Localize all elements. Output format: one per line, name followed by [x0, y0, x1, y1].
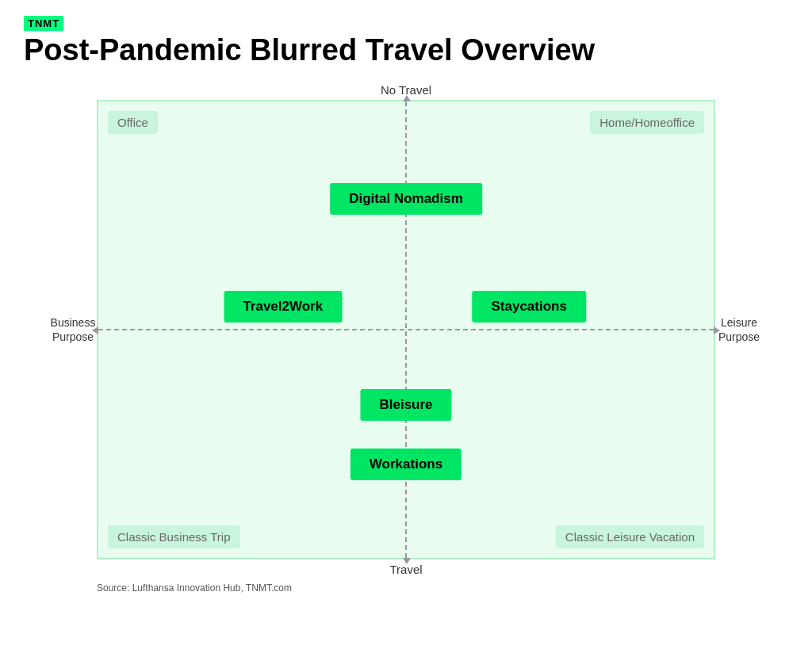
corner-homeoffice: Home/Homeoffice: [590, 111, 704, 134]
axis-label-left: Business Purpose: [49, 315, 97, 344]
arrow-top: [403, 95, 411, 101]
corner-office: Office: [108, 111, 158, 134]
bleisure-box: Bleisure: [360, 389, 451, 421]
digital-nomadism-box: Digital Nomadism: [330, 183, 482, 215]
corner-business-trip: Classic Business Trip: [108, 525, 240, 548]
arrow-bottom: [403, 558, 411, 564]
horizontal-axis: [98, 329, 714, 330]
axis-label-bottom: Travel: [49, 563, 763, 576]
workations-box: Workations: [350, 449, 462, 480]
staycations-box: Staycations: [472, 291, 585, 323]
source-text: Source: Lufthansa Innovation Hub, TNMT.c…: [97, 582, 763, 594]
arrow-right: [714, 326, 720, 334]
corner-leisure-vacation: Classic Leisure Vacation: [556, 525, 704, 548]
chart-area: Office Home/Homeoffice Classic Business …: [97, 100, 715, 559]
chart-container: No Travel Business Purpose Office Home/H…: [49, 83, 763, 594]
travel2work-box: Travel2Work: [224, 291, 342, 323]
arrow-left: [92, 326, 98, 334]
page-title: Post-Pandemic Blurred Travel Overview: [24, 34, 788, 67]
logo-badge: TNMT: [24, 16, 63, 31]
axis-label-right: Leisure Purpose: [715, 315, 763, 344]
